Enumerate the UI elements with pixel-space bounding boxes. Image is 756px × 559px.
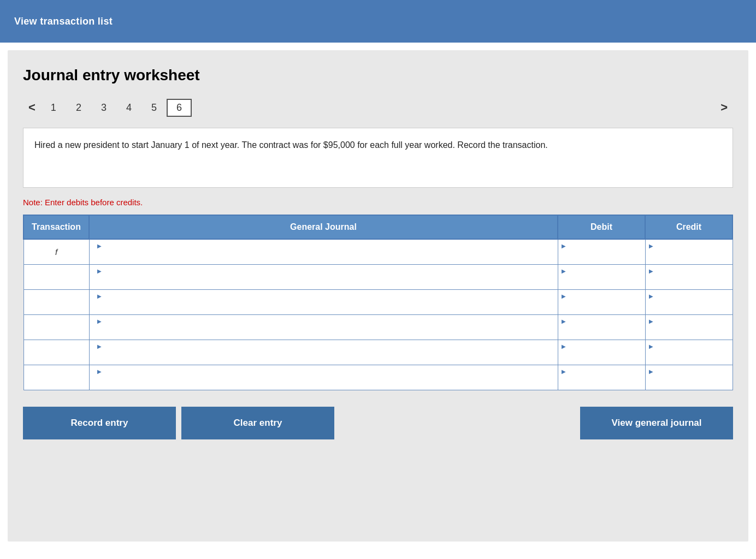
credit-cell-5[interactable] xyxy=(645,340,733,365)
pagination-page-6[interactable]: 6 xyxy=(167,99,192,117)
table-row xyxy=(23,289,733,314)
view-transaction-button[interactable]: View transaction list xyxy=(8,11,119,32)
transaction-cell-5 xyxy=(23,340,89,365)
credit-input-4[interactable] xyxy=(649,325,729,338)
main-container: Journal entry worksheet < 1 2 3 4 5 6 > … xyxy=(8,50,748,542)
note-text: Note: Enter debits before credits. xyxy=(23,198,733,207)
general-journal-input-3[interactable] xyxy=(97,300,554,313)
table-row xyxy=(23,314,733,340)
debit-cell-2[interactable] xyxy=(558,264,645,289)
transaction-cell-3 xyxy=(23,289,89,314)
general-journal-input-5[interactable] xyxy=(97,350,554,364)
general-journal-cell-5[interactable] xyxy=(89,340,558,365)
credit-cell-2[interactable] xyxy=(645,264,733,289)
transaction-cell-2 xyxy=(23,264,89,289)
credit-input-5[interactable] xyxy=(649,350,729,364)
debit-input-3[interactable] xyxy=(562,300,642,313)
general-journal-input-4[interactable] xyxy=(97,325,554,338)
credit-cell-6[interactable] xyxy=(645,365,733,390)
general-journal-input-6[interactable] xyxy=(97,375,554,389)
credit-cell-4[interactable] xyxy=(645,314,733,340)
pagination-page-5[interactable]: 5 xyxy=(141,99,167,117)
pagination-page-2[interactable]: 2 xyxy=(66,99,91,117)
table-header-transaction: Transaction xyxy=(23,215,89,239)
pagination-page-4[interactable]: 4 xyxy=(116,99,141,117)
debit-cell-3[interactable] xyxy=(558,289,645,314)
credit-input-6[interactable] xyxy=(649,375,729,389)
credit-input-1[interactable] xyxy=(649,249,729,263)
table-row: f xyxy=(23,239,733,264)
transaction-cell-6 xyxy=(23,365,89,390)
pagination-page-3[interactable]: 3 xyxy=(91,99,116,117)
general-journal-cell-3[interactable] xyxy=(89,289,558,314)
debit-input-4[interactable] xyxy=(562,325,642,338)
pagination-left-arrow[interactable]: < xyxy=(23,97,41,118)
pagination-right-arrow[interactable]: > xyxy=(715,97,733,118)
table-row xyxy=(23,264,733,289)
table-header-credit: Credit xyxy=(645,215,733,239)
worksheet-title: Journal entry worksheet xyxy=(23,67,733,84)
credit-cell-1[interactable] xyxy=(645,239,733,264)
debit-input-1[interactable] xyxy=(562,249,642,263)
general-journal-input-2[interactable] xyxy=(97,275,554,288)
debit-cell-4[interactable] xyxy=(558,314,645,340)
table-header-general-journal: General Journal xyxy=(89,215,558,239)
table-row xyxy=(23,340,733,365)
view-general-journal-button[interactable]: View general journal xyxy=(580,407,733,439)
general-journal-cell-1[interactable] xyxy=(89,239,558,264)
general-journal-cell-2[interactable] xyxy=(89,264,558,289)
pagination-row: < 1 2 3 4 5 6 > xyxy=(23,97,733,118)
debit-input-2[interactable] xyxy=(562,275,642,288)
table-header-debit: Debit xyxy=(558,215,645,239)
credit-cell-3[interactable] xyxy=(645,289,733,314)
debit-input-5[interactable] xyxy=(562,350,642,364)
transaction-cell-1: f xyxy=(23,239,89,264)
journal-table: Transaction General Journal Debit Credit… xyxy=(23,215,733,390)
table-row xyxy=(23,365,733,390)
credit-input-2[interactable] xyxy=(649,275,729,288)
debit-input-6[interactable] xyxy=(562,375,642,389)
transaction-cell-4 xyxy=(23,314,89,340)
general-journal-cell-6[interactable] xyxy=(89,365,558,390)
pagination-page-1[interactable]: 1 xyxy=(41,99,66,117)
debit-cell-5[interactable] xyxy=(558,340,645,365)
general-journal-input-1[interactable] xyxy=(97,249,554,263)
buttons-row: Record entry Clear entry View general jo… xyxy=(23,407,733,439)
clear-entry-button[interactable]: Clear entry xyxy=(181,407,334,439)
debit-cell-6[interactable] xyxy=(558,365,645,390)
top-bar: View transaction list xyxy=(0,0,756,43)
debit-cell-1[interactable] xyxy=(558,239,645,264)
credit-input-3[interactable] xyxy=(649,300,729,313)
general-journal-cell-4[interactable] xyxy=(89,314,558,340)
record-entry-button[interactable]: Record entry xyxy=(23,407,176,439)
description-box: Hired a new president to start January 1… xyxy=(23,128,733,188)
